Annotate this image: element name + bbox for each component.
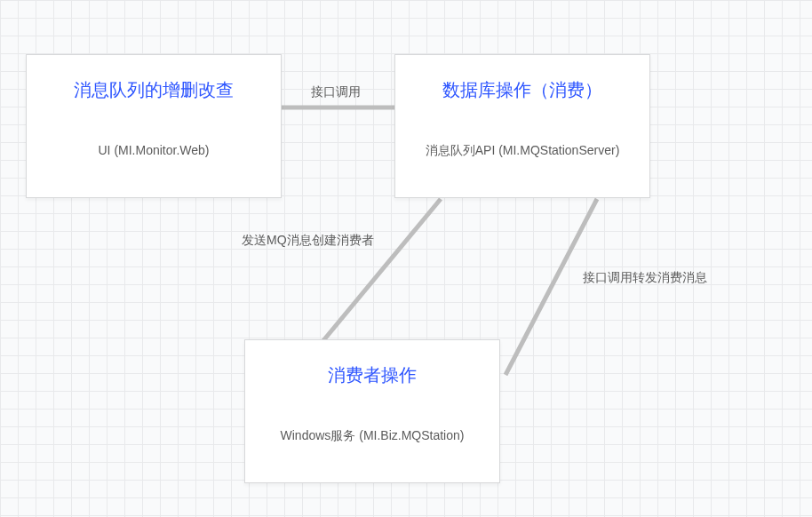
node-ui[interactable]: 消息队列的增删改查 UI (MI.Monitor.Web)	[26, 54, 282, 198]
node-db-subtitle: 消息队列API (MI.MQStationServer)	[395, 102, 649, 177]
node-consumer-subtitle: Windows服务 (MI.Biz.MQStation)	[245, 387, 499, 462]
node-ui-subtitle: UI (MI.Monitor.Web)	[27, 102, 281, 175]
edge-db-consumer-right	[506, 199, 597, 375]
node-consumer-title: 消费者操作	[245, 340, 499, 387]
edge-label-db-consumer-left: 发送MQ消息创建消费者	[242, 233, 374, 249]
node-consumer[interactable]: 消费者操作 Windows服务 (MI.Biz.MQStation)	[244, 339, 500, 483]
node-ui-title: 消息队列的增删改查	[27, 55, 281, 102]
edge-label-ui-db: 接口调用	[311, 84, 361, 100]
edge-label-db-consumer-right: 接口调用转发消费消息	[583, 270, 707, 286]
node-db-title: 数据库操作（消费）	[395, 55, 649, 102]
node-db[interactable]: 数据库操作（消费） 消息队列API (MI.MQStationServer)	[394, 54, 650, 198]
